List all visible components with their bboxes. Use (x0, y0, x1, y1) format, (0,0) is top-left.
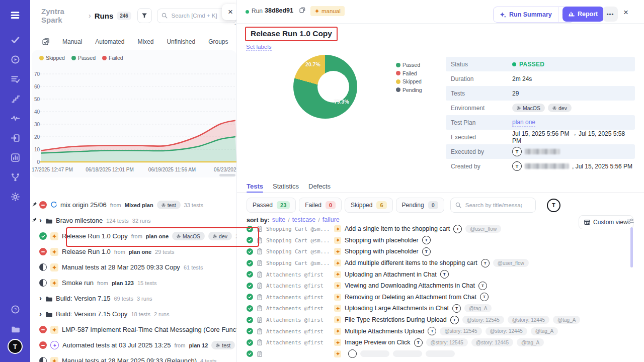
sidebar-avatar[interactable]: T (8, 339, 23, 354)
filter-passed[interactable]: Passed23 (247, 198, 296, 213)
filter-button[interactable] (137, 8, 152, 23)
run-list-item[interactable]: Manual tests at 28 Mar 2025 09:33 Copy61… (30, 259, 236, 275)
y-axis-label: 30 (32, 122, 40, 127)
pin-icon (31, 202, 37, 208)
tests-search-input[interactable] (464, 202, 523, 209)
run-plan-link[interactable]: plan one (146, 233, 169, 239)
test-assignee-avatar: T (428, 327, 436, 335)
run-list-item[interactable]: LMP-587 Implement Real-Time Chat Messagi… (30, 322, 236, 337)
sidebar-folder-icon[interactable] (0, 319, 30, 339)
test-list-item[interactable]: Attachments @firstViewing and Downloadin… (237, 280, 634, 292)
donut-legend: PassedFailedSkippedPending (396, 61, 422, 94)
run-plan-link[interactable]: plan one (129, 249, 151, 255)
runs-search-input[interactable] (171, 12, 228, 19)
tab-unfinished[interactable]: Unfinished (167, 38, 195, 45)
run-name: Build: Version 7.15 Copy (56, 310, 127, 318)
run-list-item[interactable]: mix origin 25/06fromMixed plantest33 tes… (30, 197, 236, 213)
sort-separator: / (288, 217, 289, 224)
sidebar-import-icon[interactable] (0, 128, 30, 148)
chart-horizontal-scrollbar[interactable] (219, 174, 235, 176)
sidebar-steps-icon[interactable] (0, 89, 30, 109)
x-axis-label: 17/2025 12:47 PM (32, 167, 73, 172)
sidebar-gear-icon[interactable] (0, 187, 30, 207)
run-name: Release Run 1.0 Copy (62, 232, 128, 240)
sidebar-menu-icon[interactable] (0, 0, 30, 30)
info-row-status: StatusPASSED (446, 57, 635, 71)
run-list-item[interactable]: ›Bravo milestone124 tests32 runs (30, 213, 236, 228)
test-list-item[interactable]: Attachments @firstMultiple Attachments U… (237, 325, 634, 337)
run-list-item[interactable]: ›Build: Version 7.15 Copy18 tests2 runs (30, 306, 236, 322)
tab-defects[interactable]: Defects (308, 180, 331, 192)
run-plan-link[interactable]: plan 12 (189, 342, 208, 348)
test-list-item[interactable]: Attachments @firstRemoving or Deleting a… (237, 292, 634, 303)
sidebar-branch-icon[interactable] (0, 167, 30, 187)
runs-count-badge: 246 (117, 12, 131, 20)
tab-manual[interactable]: Manual (62, 38, 82, 45)
test-title: Add multiple different items to the shop… (345, 259, 477, 266)
donut-skipped-label: 20.7% (305, 61, 320, 67)
set-labels-link[interactable]: Set labels (246, 44, 272, 51)
run-list-item[interactable]: ›Build: Version 7.1569 tests3 runs (30, 291, 236, 306)
filter-failed[interactable]: Failed0 (299, 198, 342, 213)
chevron-right-icon[interactable]: › (39, 310, 42, 317)
tests-scrollbar[interactable] (630, 227, 633, 267)
run-plan-link[interactable]: plan 123 (112, 280, 134, 286)
filter-count-badge: 6 (376, 201, 386, 209)
run-list-item[interactable]: Release Run 1.0fromplan one29 tests (30, 244, 236, 259)
tab-automated[interactable]: Automated (95, 38, 124, 45)
sidebar-bar-chart-icon[interactable] (0, 148, 30, 167)
run-plan-link[interactable]: Mixed plan (125, 202, 153, 208)
test-list-item[interactable]: Attachments @firstUploading Large Attach… (237, 303, 634, 314)
tab-groups[interactable]: Groups (208, 38, 228, 45)
run-summary-button[interactable]: Run Summary (494, 7, 558, 22)
test-tag: @tag_A (531, 327, 558, 335)
test-list-item[interactable]: Attachments @firstUploading an Attachmen… (237, 268, 634, 280)
assignee-avatar-filter[interactable]: T (547, 199, 560, 212)
environment-pill: MacOS (172, 232, 205, 240)
breadcrumb-section[interactable]: Runs (95, 12, 114, 20)
test-assignee-avatar: T (414, 338, 423, 347)
run-list-item[interactable]: Automated tests at 03 Jul 2025 13:25from… (30, 337, 236, 353)
tab-tests[interactable]: Tests (247, 180, 263, 192)
filter-skipped[interactable]: Skipped6 (345, 198, 393, 213)
sidebar-help-icon[interactable]: ? (0, 300, 30, 319)
filter-pending[interactable]: Pending0 (396, 198, 444, 213)
chevron-right-icon[interactable]: › (39, 216, 42, 224)
multi-select-icon[interactable] (42, 38, 49, 45)
copy-run-id-icon[interactable] (299, 7, 305, 13)
test-tag: @tag_A (464, 304, 492, 312)
test-list-item[interactable] (237, 348, 634, 360)
legend-label: Failed (109, 55, 123, 61)
run-list-item[interactable]: Manual tests at 28 Mar 2025 09:33 (Relau… (30, 353, 236, 362)
run-list-item[interactable]: Smoke runfromplan 12315 tests (30, 275, 236, 291)
environment-pill: dev (208, 232, 232, 240)
tab-statistics[interactable]: Statistics (273, 180, 299, 192)
test-list-item[interactable]: Shopping Cart @sm...Shopping with placeh… (237, 235, 634, 246)
close-run-detail-button[interactable]: × (623, 8, 628, 18)
test-plan-link[interactable]: plan one (512, 119, 535, 127)
test-list-item[interactable]: Shopping Cart @sm...Shopping with placeh… (237, 246, 634, 257)
test-list-item[interactable]: Attachments @firstImage Preview on Click… (237, 337, 634, 348)
sidebar-play-icon[interactable] (0, 50, 30, 69)
close-runs-panel-button[interactable]: × (222, 4, 237, 20)
run-tests-count: 15 tests (137, 280, 157, 286)
run-name: Manual tests at 28 Mar 2025 09:33 (Relau… (62, 357, 197, 362)
test-list-item[interactable]: Shopping Cart @sm...Add a single item to… (237, 223, 634, 235)
test-list-item[interactable]: Shopping Cart @sm...Add multiple differe… (237, 257, 634, 269)
breadcrumb-project[interactable]: Zyntra Spark (41, 7, 85, 24)
runs-panel: Zyntra Spark › Runs 246 × •• ManualAutom… (30, 0, 237, 362)
run-list-item[interactable]: Release Run 1.0 Copyfromplan oneMacOSdev… (30, 228, 236, 244)
manual-test-icon (334, 328, 341, 335)
report-button[interactable]: Report (562, 7, 604, 22)
test-assignee-avatar: T (452, 304, 461, 313)
chevron-right-icon[interactable]: › (39, 294, 42, 302)
sidebar-activity-icon[interactable] (0, 109, 30, 128)
info-row-tests: Tests29 (446, 86, 635, 101)
sidebar-list-check-icon[interactable] (0, 69, 30, 89)
sidebar-check-icon[interactable] (0, 30, 30, 50)
tab-mixed[interactable]: Mixed (137, 38, 153, 45)
more-actions-button[interactable]: ••• (603, 7, 618, 22)
test-list-item[interactable]: Attachments @firstFile Type Restrictions… (237, 314, 634, 326)
run-from-label: from (114, 249, 125, 255)
tests-list: Shopping Cart @sm...Add a single item to… (237, 223, 634, 359)
